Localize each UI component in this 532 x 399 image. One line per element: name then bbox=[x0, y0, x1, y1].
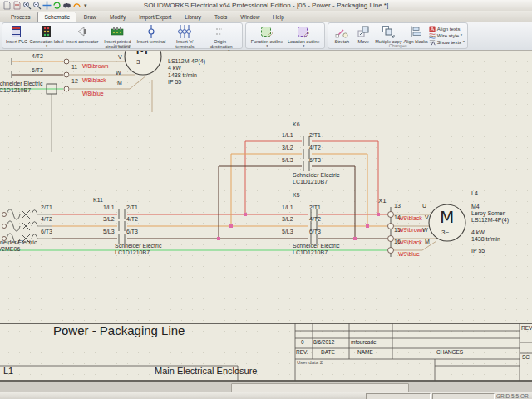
tab-tools[interactable]: Tools bbox=[209, 12, 233, 22]
ribbon-group-insertion: Insert PLCConnection label *Insert conne… bbox=[2, 22, 243, 49]
ribbon-button-insert-terminal[interactable]: Insert terminal bbox=[135, 24, 166, 44]
schematic-label: 4/T2 bbox=[126, 216, 138, 222]
ribbon-button-move[interactable]: Move bbox=[352, 24, 374, 44]
zoom-in-button[interactable] bbox=[22, 1, 32, 10]
application-window: ▾ SOLIDWORKS Electrical x64 Professional… bbox=[0, 0, 532, 399]
sheet-description: Main Electrical Enclosure bbox=[155, 367, 258, 376]
schematic-label: LS112M-4P(4) bbox=[471, 217, 509, 223]
schematic-label: M bbox=[425, 239, 430, 244]
tab-help[interactable]: Help bbox=[267, 12, 289, 22]
schematic-canvas[interactable]: 4/T26/T31112W8\brownW8\blackW8\blueSchne… bbox=[0, 51, 532, 382]
schematic-label: 3/L2 bbox=[282, 216, 293, 222]
plc-icon bbox=[10, 25, 23, 38]
ribbon-button-align-texts[interactable]: Align texts bbox=[429, 26, 465, 32]
tab-process[interactable]: Process bbox=[5, 12, 36, 22]
schematic-label: 1438 tr/min bbox=[168, 72, 197, 78]
ribbon-button-location-outline[interactable]: Location outline * bbox=[285, 24, 322, 49]
schematic-label: LC1D1210B7 bbox=[293, 249, 328, 255]
status-bar: GRID 5:5 OR bbox=[0, 392, 532, 399]
ribbon-button-align-blocks[interactable]: Align blocks bbox=[402, 24, 428, 44]
tab-library[interactable]: Library bbox=[179, 12, 207, 22]
quick-access-dropdown[interactable]: ▾ bbox=[84, 2, 87, 9]
schematic-label: K5 bbox=[293, 192, 300, 198]
pcb-icon bbox=[111, 25, 124, 38]
undo-button[interactable] bbox=[72, 1, 81, 10]
schematic-label: 11 bbox=[71, 64, 77, 70]
schematic-label: 4/T2 bbox=[32, 53, 43, 59]
date-header: DATE bbox=[321, 350, 335, 356]
schematic-label: K11 bbox=[93, 197, 103, 203]
wire-name-label: W8\blue bbox=[82, 91, 104, 96]
tab-modify[interactable]: Modify bbox=[104, 12, 131, 22]
contactor-contacts bbox=[119, 136, 317, 244]
wire-name-label: W8\black bbox=[82, 77, 106, 83]
motor-letter: M bbox=[440, 209, 454, 225]
rev-header: REV. bbox=[296, 350, 308, 356]
schematic-label: 6/T3 bbox=[32, 67, 43, 73]
open-document-button[interactable] bbox=[12, 1, 22, 10]
ribbon: Insert PLCConnection label *Insert conne… bbox=[0, 22, 532, 51]
pan-button[interactable] bbox=[42, 1, 52, 10]
ribbon-button-origin-destination-arrows[interactable]: Origin - destination arrows * bbox=[203, 24, 239, 54]
schematic-label: X1 bbox=[378, 198, 387, 204]
schematic-label: 6/T3 bbox=[41, 229, 52, 234]
schematic-label: 5/L3 bbox=[282, 157, 293, 163]
align-blocks-icon bbox=[409, 25, 422, 38]
schematic-label: 5/L3 bbox=[103, 229, 115, 234]
status-panel bbox=[432, 393, 495, 399]
schematic-label: 1/L1 bbox=[282, 132, 293, 138]
ribbon-button-wire-style[interactable]: Wire style * bbox=[429, 32, 465, 39]
refresh-button[interactable] bbox=[52, 1, 62, 10]
ribbon-button-multiple-copy[interactable]: Multiple copy bbox=[374, 24, 402, 44]
ribbon-group-label: Changes bbox=[328, 43, 467, 48]
schematic-label: Leroy Somer bbox=[471, 210, 505, 216]
wire-name-label: W8\brown bbox=[82, 63, 109, 69]
schematic-label: Schneider Electric bbox=[0, 239, 37, 245]
tab-draw[interactable]: Draw bbox=[78, 12, 102, 22]
grid-status-text: GRID 5:5 OR bbox=[496, 393, 529, 399]
align-texts-icon bbox=[429, 26, 436, 32]
find-button[interactable] bbox=[62, 1, 71, 10]
wire-name-label: W9\blue bbox=[398, 251, 420, 257]
n-terminals-icon bbox=[178, 25, 191, 38]
zoom-out-button[interactable] bbox=[32, 1, 42, 10]
tab-import-export[interactable]: Import/Export bbox=[133, 12, 177, 22]
tab-window[interactable]: Window bbox=[234, 12, 265, 22]
ribbon-group-changes: StretchMoveMultiple copyAlign blocksAlig… bbox=[328, 22, 468, 49]
location-outline-icon bbox=[297, 25, 310, 38]
schematic-label: 5/L3 bbox=[282, 229, 293, 234]
ribbon-button-insert-plc[interactable]: Insert PLC bbox=[5, 24, 28, 44]
schematic-label: V bbox=[118, 54, 122, 60]
multiple-copy-icon bbox=[382, 25, 395, 38]
title-bar: ▾ SOLIDWORKS Electrical x64 Professional… bbox=[0, 0, 532, 12]
right-scale-label: SC bbox=[522, 355, 530, 361]
sheet-title: Power - Packaging Line bbox=[53, 324, 185, 337]
schematic-label: IP 55 bbox=[168, 79, 181, 85]
schematic-label: 6/T3 bbox=[309, 157, 321, 163]
rev-name: mfourcade bbox=[351, 340, 377, 346]
changes-header: CHANGES bbox=[436, 350, 463, 356]
schematic-label: 2/T1 bbox=[41, 204, 52, 210]
ribbon-button-insert-connector[interactable]: Insert connector bbox=[65, 24, 99, 44]
schematic-label: LC1D1210B7 bbox=[0, 87, 31, 93]
ribbon-group-outlines: Function outline *Location outline * bbox=[245, 22, 325, 49]
user-data-label: User data 2 bbox=[297, 360, 323, 365]
wire-name-label: W9\brown bbox=[398, 227, 425, 233]
new-document-button[interactable] bbox=[2, 1, 12, 10]
schematic-label: Schneider Electric bbox=[293, 243, 339, 249]
schematic-label: 3/L2 bbox=[282, 145, 293, 150]
schematic-label: 3~ bbox=[441, 229, 449, 236]
ribbon-button-function-outline[interactable]: Function outline * bbox=[249, 24, 285, 49]
schematic-label: V bbox=[425, 214, 429, 220]
function-outline-icon bbox=[260, 25, 273, 38]
tab-schematic[interactable]: Schematic bbox=[37, 12, 76, 22]
schematic-label: 2/T1 bbox=[309, 204, 321, 210]
quick-access-toolbar: ▾ bbox=[2, 1, 87, 10]
top-circuit-wires bbox=[0, 58, 152, 152]
ribbon-button-stretch[interactable]: Stretch bbox=[331, 24, 352, 44]
schematic-label: W bbox=[116, 70, 121, 76]
wire-style-icon bbox=[429, 32, 436, 39]
connection-label-icon bbox=[40, 25, 53, 38]
stretch-icon bbox=[335, 25, 348, 38]
schematic-label: 1/L1 bbox=[282, 204, 293, 210]
